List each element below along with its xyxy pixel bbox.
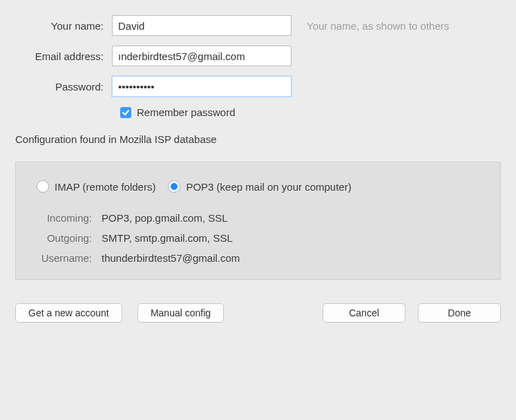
username-value: thunderbirdtest57@gmail.com: [102, 252, 240, 264]
done-button[interactable]: Done: [418, 303, 501, 323]
name-label: Your name:: [15, 20, 112, 32]
checkmark-icon: [122, 108, 130, 117]
outgoing-value: SMTP, smtp.gmail.com, SSL: [102, 232, 233, 244]
radio-selected-icon: [168, 180, 180, 193]
manual-config-button[interactable]: Manual config: [137, 303, 224, 323]
password-label: Password:: [15, 81, 112, 93]
incoming-value: POP3, pop.gmail.com, SSL: [102, 212, 228, 224]
server-settings-panel: IMAP (remote folders) POP3 (keep mail on…: [15, 162, 501, 280]
cancel-button[interactable]: Cancel: [323, 303, 405, 323]
get-new-account-button[interactable]: Get a new account: [15, 303, 122, 323]
pop3-radio[interactable]: POP3 (keep mail on your computer): [168, 180, 351, 193]
imap-radio-label: IMAP (remote folders): [55, 181, 155, 193]
password-input[interactable]: [112, 76, 292, 97]
imap-radio[interactable]: IMAP (remote folders): [37, 180, 155, 193]
name-input[interactable]: [112, 15, 292, 36]
radio-unselected-icon: [37, 180, 49, 193]
incoming-label: Incoming:: [32, 212, 102, 224]
remember-password-label: Remember password: [137, 106, 236, 118]
email-input[interactable]: [112, 46, 292, 66]
config-status: Configuration found in Mozilla ISP datab…: [15, 133, 501, 145]
name-hint: Your name, as shown to others: [307, 20, 449, 32]
outgoing-label: Outgoing:: [32, 232, 102, 244]
pop3-radio-label: POP3 (keep mail on your computer): [186, 181, 351, 193]
email-label: Email address:: [15, 50, 112, 62]
username-label: Username:: [32, 252, 102, 264]
remember-password-checkbox[interactable]: [120, 107, 131, 118]
